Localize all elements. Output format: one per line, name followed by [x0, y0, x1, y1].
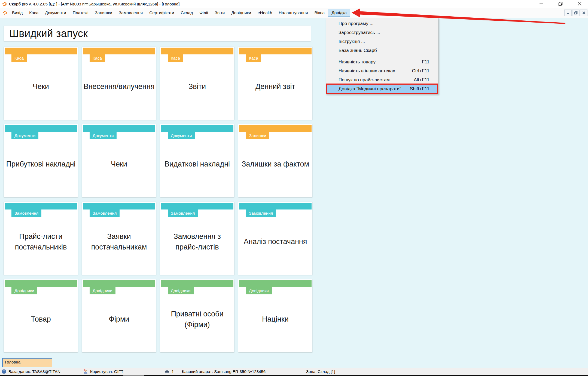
window-title: Скарб pro v. 4.0.2.85 [ІД: ] - [Апт №003…	[9, 2, 179, 6]
menubar-item-Звіти[interactable]: Звіти	[211, 9, 228, 17]
menubar-item-Залишки[interactable]: Залишки	[92, 9, 115, 17]
quick-launch-tile[interactable]: ЗалишкиЗалишки за фактом	[238, 124, 312, 197]
tile-label: Денний звіт	[238, 47, 312, 120]
help-menu-item-label: Довідка "Медичні препарати"	[339, 86, 401, 92]
database-icon	[2, 369, 6, 374]
quick-launch-tile[interactable]: ЗамовленняПрайс-листи постачальників	[4, 202, 78, 275]
tile-label: Аналіз постачання	[238, 202, 312, 275]
quick-launch-grid: КасаЧекиКасаВнесення/вилученняКасаЗвітиК…	[4, 47, 312, 352]
help-menu-item[interactable]: Інструкція ...	[326, 37, 438, 46]
app-window: Скарб pro v. 4.0.2.85 [ІД: ] - [Апт №003…	[0, 0, 588, 376]
cash-register-icon	[164, 369, 169, 374]
quick-launch-tile[interactable]: ДокументиЧеки	[82, 124, 156, 197]
mdi-close-button[interactable]	[580, 10, 587, 16]
menubar-item-Філії[interactable]: Філії	[196, 9, 211, 17]
help-menu-item-shortcut: Shift+F11	[410, 86, 429, 92]
help-menu-item[interactable]: База знань Скарб	[326, 46, 438, 55]
minimize-button[interactable]	[537, 1, 546, 7]
quick-launch-tile[interactable]: КасаДенний звіт	[238, 47, 312, 120]
help-menu-item-label: База знань Скарб	[339, 48, 377, 53]
help-menu-item[interactable]: Пошук по прайс-листамAlt+F11	[326, 75, 438, 84]
quick-launch-tile[interactable]: ЗамовленняЗаявки постачальникам	[82, 202, 156, 275]
quick-launch-tile[interactable]: КасаВнесення/вилучення	[82, 47, 156, 120]
quick-launch-tile[interactable]: ДовідникиНацінки	[238, 279, 312, 352]
menubar-item-eHealth[interactable]: eHealth	[254, 9, 275, 17]
quick-launch-tile[interactable]: ДокументиПрибуткові накладні	[4, 124, 78, 197]
menubar-item-Вікна[interactable]: Вікна	[311, 9, 328, 17]
menubar-item-Вихід[interactable]: Вихід	[9, 9, 26, 17]
help-menu-item-label: Наявність в інших аптеках	[339, 68, 395, 74]
tile-label: Прибуткові накладні	[4, 124, 78, 197]
mdi-controls	[564, 10, 587, 16]
tile-label: Товар	[4, 279, 78, 352]
help-menu-item-shortcut: F11	[422, 59, 429, 65]
menubar-item-Склад[interactable]: Склад	[177, 9, 196, 17]
menu-separator	[337, 56, 436, 56]
quick-launch-panel: Швидкий запуск	[4, 26, 311, 41]
tile-label: Прайс-листи постачальників	[4, 202, 78, 275]
tile-label: Заявки постачальникам	[82, 202, 156, 275]
status-register: Касовий апарат: Samsung ER-350 №123456	[182, 368, 266, 375]
menubar-item-Каса[interactable]: Каса	[26, 9, 42, 17]
quick-launch-tile[interactable]: ДовідникиФірми	[82, 279, 156, 352]
close-button[interactable]	[575, 1, 584, 7]
tile-label: Звіти	[160, 47, 234, 120]
tile-label: Видаткові накладні	[160, 124, 234, 197]
help-menu-item-shortcut: Ctrl+F11	[412, 68, 429, 74]
tile-label: Чеки	[82, 124, 156, 197]
status-register-count: 1	[164, 368, 174, 375]
menubar-item-Платежі[interactable]: Платежі	[69, 9, 92, 17]
status-database: База даних: TASA3@TITAN	[2, 368, 60, 375]
status-separator	[179, 369, 179, 374]
quick-launch-tile[interactable]: ДовідникиТовар	[4, 279, 78, 352]
menubar-items: ВихідКасаДокументиПлатежіЗалишкиЗамовлен…	[9, 8, 350, 18]
menubar-item-Довідка[interactable]: Довідка	[328, 9, 350, 17]
menubar-item-Сертифікати[interactable]: Сертифікати	[146, 9, 177, 17]
help-dropdown-menu: Про програму ...Зареєструватись ...Інстр…	[326, 18, 438, 94]
app-logo-icon	[2, 2, 7, 6]
help-menu-item[interactable]: Наявність товаруF11	[326, 57, 438, 66]
help-menu-item-label: Наявність товару	[339, 59, 376, 65]
mdi-minimize-button[interactable]	[564, 10, 572, 16]
taskbar-strip	[0, 375, 588, 376]
quick-launch-tile[interactable]: ДовідникиПриватні особи (Фірми)	[160, 279, 234, 352]
tile-label: Приватні особи (Фірми)	[160, 279, 234, 352]
help-menu-item-label: Зареєструватись ...	[339, 30, 380, 35]
restore-button[interactable]	[556, 1, 565, 7]
menu-bar: ВихідКасаДокументиПлатежіЗалишкиЗамовлен…	[0, 8, 588, 18]
help-menu-item[interactable]: Про програму ...	[326, 19, 438, 28]
menubar-item-Замовлення[interactable]: Замовлення	[115, 9, 146, 17]
help-menu-item-label: Про програму ...	[339, 21, 373, 26]
status-zone: Зона: Склад [1]	[306, 368, 335, 375]
quick-launch-tile[interactable]: ДокументиВидаткові накладні	[160, 124, 234, 197]
help-menu-item[interactable]: Зареєструватись ...	[326, 28, 438, 37]
mdi-child-icon	[3, 11, 7, 15]
status-bar: База даних: TASA3@TITAN Користувач: GIFT	[0, 368, 588, 375]
help-menu-item-label: Інструкція ...	[339, 39, 365, 44]
help-menu-item[interactable]: Довідка "Медичні препарати"Shift+F11	[326, 84, 438, 93]
menubar-item-Налаштування[interactable]: Налаштування	[275, 9, 311, 17]
taskbar-segment	[123, 375, 144, 376]
quick-launch-title: Швидкий запуск	[9, 28, 88, 39]
mdi-restore-button[interactable]	[572, 10, 580, 16]
tab-holovna[interactable]: Головна	[2, 358, 52, 367]
quick-launch-tile[interactable]: ЗамовленняЗамовлення з прайс-листів	[160, 202, 234, 275]
menubar-item-Довідники[interactable]: Довідники	[228, 9, 254, 17]
help-menu-item-label: Пошук по прайс-листам	[339, 77, 390, 83]
status-user: Користувач: GIFT	[83, 368, 123, 375]
status-separator	[82, 369, 82, 374]
help-menu-item[interactable]: Наявність в інших аптекахCtrl+F11	[326, 66, 438, 75]
title-bar: Скарб pro v. 4.0.2.85 [ІД: ] - [Апт №003…	[0, 0, 588, 8]
quick-launch-tile[interactable]: КасаЧеки	[4, 47, 78, 120]
status-separator	[304, 369, 304, 374]
tile-label: Внесення/вилучення	[82, 47, 156, 120]
tile-label: Націнки	[238, 279, 312, 352]
quick-launch-tile[interactable]: КасаЗвіти	[160, 47, 234, 120]
user-icon	[83, 369, 88, 374]
quick-launch-tile[interactable]: ЗамовленняАналіз постачання	[238, 202, 312, 275]
status-separator	[163, 369, 163, 374]
tile-label: Замовлення з прайс-листів	[160, 202, 234, 275]
tile-label: Фірми	[82, 279, 156, 352]
tile-label: Чеки	[4, 47, 78, 120]
menubar-item-Документи[interactable]: Документи	[42, 9, 69, 17]
